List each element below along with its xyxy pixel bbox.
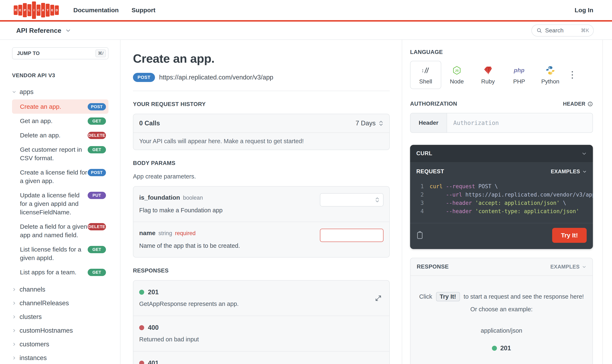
- response-examples-dropdown[interactable]: EXAMPLES: [550, 264, 586, 270]
- info-icon[interactable]: [587, 101, 593, 107]
- sidebar: JUMP TO ⌘/ VENDOR API V3 apps Create an …: [0, 40, 121, 364]
- sidebar-endpoint-item[interactable]: Delete an app. DELETE: [12, 128, 109, 142]
- sidebar-group-apps[interactable]: apps: [12, 88, 109, 96]
- curl-panel-title: CURL: [416, 150, 432, 157]
- body-params-card: is_foundation boolean Flag to make a Fou…: [133, 186, 390, 258]
- divider: [133, 91, 390, 91]
- more-languages-menu[interactable]: [569, 68, 575, 81]
- request-row: REQUEST EXAMPLES: [410, 162, 593, 176]
- language-python[interactable]: Python: [535, 61, 566, 89]
- method-badge: POST: [133, 73, 155, 82]
- status-dot-icon: [492, 346, 497, 351]
- response-example-type: application/json: [419, 327, 584, 334]
- language-shell[interactable]: Shell: [410, 61, 441, 89]
- shell-icon: [421, 65, 430, 75]
- endpoint-label: Delete a field for a given app and named…: [20, 222, 88, 239]
- param-row-is-foundation: is_foundation boolean Flag to make a Fou…: [133, 187, 389, 222]
- language-selector: Shell JS Node Ruby php PHP: [410, 61, 593, 89]
- response-panel-header: RESPONSE EXAMPLES: [410, 258, 592, 276]
- sidebar-group-item[interactable]: channelReleases: [12, 296, 109, 310]
- param-row-name: name string required Name of the app tha…: [133, 222, 389, 257]
- sidebar-group-item[interactable]: customHostnames: [12, 324, 109, 338]
- sidebar-group-label: customers: [20, 340, 49, 348]
- sidebar-endpoint-item[interactable]: Delete a field for a given app and named…: [12, 219, 109, 242]
- authorization-placeholder: Authorization: [453, 119, 499, 126]
- header-nav: Documentation Support: [73, 7, 155, 14]
- try-it-button[interactable]: Try It!: [552, 228, 587, 243]
- response-example-code: 201: [500, 344, 511, 352]
- authorization-type-label: HEADER: [563, 101, 585, 107]
- endpoint-label: Create an app.: [20, 102, 88, 111]
- authorization-field-label: Header: [410, 113, 447, 132]
- sidebar-endpoint-item[interactable]: Update a license field for a given appId…: [12, 188, 109, 219]
- endpoint-label: Delete an app.: [20, 131, 88, 140]
- request-history-heading: YOUR REQUEST HISTORY: [133, 101, 390, 107]
- history-range-value: 7 Days: [356, 119, 376, 127]
- history-range-select[interactable]: 7 Days: [356, 119, 383, 127]
- language-php[interactable]: php PHP: [503, 61, 535, 89]
- response-code: 201: [148, 288, 159, 296]
- request-history-summary: 0 Calls 7 Days: [133, 114, 389, 133]
- authorization-field: Header Authorization: [410, 113, 593, 133]
- sidebar-group-item[interactable]: channels: [12, 283, 109, 296]
- response-row[interactable]: 400 Returned on bad input: [133, 316, 389, 351]
- response-example-201[interactable]: 201: [419, 344, 584, 352]
- right-panel: LANGUAGE Shell JS Node Ruby: [402, 40, 603, 364]
- sidebar-group-item[interactable]: customers: [12, 338, 109, 351]
- response-row[interactable]: 401 Return if the caller is not authoriz…: [133, 351, 389, 364]
- status-dot-icon: [139, 290, 144, 295]
- param-name: is_foundation: [139, 194, 180, 201]
- response-code: 401: [148, 359, 159, 364]
- logo-letter-tile: C: [37, 5, 41, 16]
- language-label: Python: [541, 78, 559, 85]
- logo-letter-tile: R: [14, 5, 18, 15]
- jump-to-input[interactable]: JUMP TO ⌘/: [12, 47, 109, 59]
- endpoint-label: Get an app.: [20, 117, 88, 125]
- api-reference-selector[interactable]: API Reference: [16, 27, 71, 34]
- sidebar-group-item[interactable]: instances: [12, 351, 109, 364]
- response-row[interactable]: 201 GetAppResponse represents an app.: [133, 281, 389, 316]
- method-badge: PUT: [88, 192, 106, 199]
- method-badge: DELETE: [88, 223, 106, 230]
- curl-code-block[interactable]: 1curl --request POST \2 --url https://ap…: [410, 176, 593, 223]
- is-foundation-select[interactable]: [320, 193, 383, 207]
- copy-icon[interactable]: [416, 231, 423, 239]
- top-header: REPLICATED Documentation Support Log In: [0, 0, 612, 22]
- content-area: JUMP TO ⌘/ VENDOR API V3 apps Create an …: [0, 40, 612, 364]
- sidebar-endpoint-item[interactable]: Get customer report in CSV format. GET: [12, 142, 109, 165]
- sidebar-endpoint-item[interactable]: List license fields for a given appId. G…: [12, 242, 109, 265]
- responses-heading: RESPONSES: [133, 268, 390, 274]
- sidebar-group-label: instances: [20, 354, 47, 362]
- search-input[interactable]: Search ⌘K: [531, 25, 594, 37]
- logo-letter-tile: L: [27, 4, 31, 16]
- endpoint-label: Update a license field for a given appId…: [20, 191, 88, 216]
- response-hint-line2: Or choose an example:: [419, 306, 584, 313]
- sidebar-endpoint-item[interactable]: List apps for a team. GET: [12, 265, 109, 279]
- authorization-input[interactable]: Authorization: [447, 113, 592, 132]
- language-label: PHP: [513, 78, 525, 85]
- sidebar-group-item[interactable]: clusters: [12, 310, 109, 324]
- hint-text: to start a request and see the response …: [464, 293, 584, 300]
- response-panel-title: RESPONSE: [417, 264, 449, 270]
- sidebar-group-label: channelReleases: [20, 299, 69, 307]
- expand-icon[interactable]: [375, 295, 382, 302]
- sidebar-endpoint-item[interactable]: Get an app. GET: [12, 114, 109, 128]
- language-node[interactable]: JS Node: [441, 61, 472, 89]
- svg-text:JS: JS: [455, 69, 459, 72]
- replicated-logo[interactable]: REPLICATED: [14, 1, 59, 19]
- login-button[interactable]: Log In: [575, 7, 593, 14]
- sidebar-endpoint-item[interactable]: Create a license field for a given app. …: [12, 165, 109, 188]
- nav-documentation[interactable]: Documentation: [73, 7, 119, 14]
- nav-support[interactable]: Support: [132, 7, 155, 14]
- sidebar-group-label: apps: [20, 88, 33, 96]
- request-examples-dropdown[interactable]: EXAMPLES: [551, 169, 587, 175]
- name-input[interactable]: [320, 229, 383, 242]
- sidebar-endpoint-item[interactable]: Create an app. POST: [12, 99, 109, 114]
- language-ruby[interactable]: Ruby: [472, 61, 503, 89]
- body-params-description: App create parameters.: [133, 173, 390, 180]
- curl-panel-header[interactable]: CURL: [410, 145, 593, 162]
- response-hint: Click Try It! to start a request and see…: [419, 292, 584, 301]
- response-description: GetAppResponse represents an app.: [139, 300, 383, 307]
- sidebar-group-label: channels: [20, 286, 45, 293]
- status-dot-icon: [139, 361, 144, 364]
